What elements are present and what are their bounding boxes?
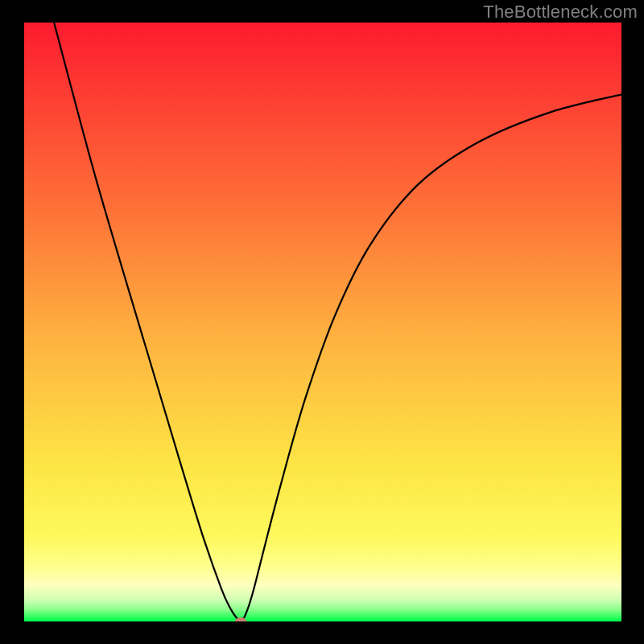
curve-path	[54, 23, 621, 621]
bottleneck-curve	[24, 23, 621, 621]
watermark-text: TheBottleneck.com	[483, 2, 638, 23]
plot-area	[24, 23, 621, 621]
minimum-marker	[235, 617, 246, 621]
chart-frame: TheBottleneck.com	[0, 0, 644, 644]
